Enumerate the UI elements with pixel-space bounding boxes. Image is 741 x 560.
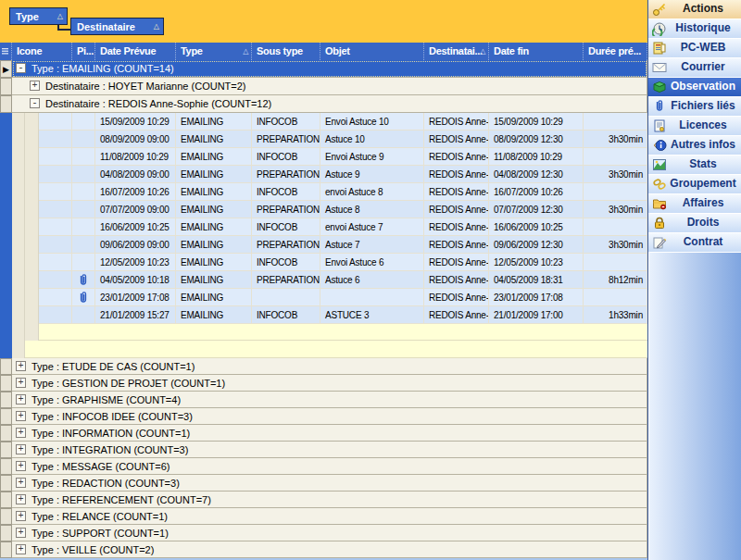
- group-row[interactable]: +Type : RELANCE (COUNT=1): [12, 508, 647, 525]
- cell-date_fin: 21/01/2009 17:00: [489, 306, 584, 324]
- group-by-button-destinataire[interactable]: Destinataire △: [70, 18, 164, 35]
- sidebar-item-licences[interactable]: Licences: [648, 117, 741, 136]
- group-indent: [25, 113, 39, 341]
- sidebar-item-droits[interactable]: Droits: [648, 214, 741, 233]
- expand-toggle[interactable]: +: [16, 394, 26, 404]
- expand-toggle[interactable]: +: [16, 361, 26, 371]
- row-indicator-cell[interactable]: [0, 95, 12, 113]
- collapse-toggle[interactable]: -: [30, 98, 40, 108]
- sidebar-item-fichiers-lies[interactable]: Fichiers liés: [648, 97, 741, 117]
- expand-toggle[interactable]: +: [16, 544, 26, 554]
- cell-destinataire: REDOIS Anne-So: [424, 218, 489, 236]
- expand-toggle[interactable]: +: [16, 444, 26, 454]
- group-row[interactable]: +Type : REDACTION (COUNT=3): [12, 475, 647, 492]
- data-row[interactable]: 11/08/2009 10:29EMAILINGINFOCOBEnvoi Ast…: [39, 148, 647, 166]
- cell-sous_type: INFOCOB: [252, 254, 320, 271]
- header-cell-duree[interactable]: Durée pré...: [584, 43, 647, 60]
- header-cell-objet[interactable]: Objet: [320, 43, 424, 60]
- row-indicator-cell[interactable]: [0, 508, 12, 525]
- row-indicator-cell[interactable]: [0, 458, 12, 475]
- group-row[interactable]: +Type : REFERENCEMENT (COUNT=7): [12, 492, 647, 508]
- cell-objet: envoi Astuce 8: [320, 183, 424, 201]
- sidebar-item-stats[interactable]: Stats: [648, 156, 741, 175]
- row-indicator-cell[interactable]: [0, 425, 12, 442]
- expand-toggle[interactable]: +: [16, 428, 26, 438]
- data-row[interactable]: 16/06/2009 10:25EMAILINGINFOCOBenvoi Ast…: [39, 218, 647, 236]
- data-row[interactable]: 21/01/2009 15:27EMAILINGINFOCOBASTUCE 3R…: [39, 306, 647, 324]
- header-cell-pi[interactable]: Pi...: [72, 43, 95, 60]
- cell-date_fin: 16/06/2009 10:25: [489, 218, 584, 236]
- row-indicator-header[interactable]: [0, 43, 12, 60]
- cell-type: EMAILING: [176, 254, 252, 271]
- header-cell-sous_type[interactable]: Sous type: [252, 43, 320, 60]
- collapse-toggle[interactable]: -: [16, 63, 26, 73]
- group-row[interactable]: +Type : SUPPORT (COUNT=1): [12, 525, 647, 541]
- sidebar-item-autres-infos[interactable]: Autres infos: [648, 136, 741, 156]
- group-row[interactable]: +Type : GRAPHISME (COUNT=4): [12, 392, 647, 408]
- row-indicator-cell[interactable]: [0, 492, 12, 508]
- sidebar-item-groupement[interactable]: Groupement: [648, 175, 741, 194]
- sidebar-item-affaires[interactable]: Affaires: [648, 194, 741, 214]
- data-row[interactable]: 15/09/2009 10:29EMAILINGINFOCOBEnvoi Ast…: [39, 113, 647, 131]
- expand-toggle[interactable]: +: [16, 528, 26, 538]
- expand-toggle[interactable]: +: [16, 511, 26, 521]
- row-indicator-cell[interactable]: [0, 375, 12, 392]
- expand-toggle[interactable]: +: [16, 478, 26, 488]
- cell-duree: [584, 254, 647, 271]
- sidebar-item-pc-web[interactable]: PC-WEB: [648, 39, 741, 58]
- sidebar-item-actions[interactable]: Actions: [648, 0, 741, 19]
- expand-toggle[interactable]: +: [30, 81, 40, 91]
- row-indicator-cell[interactable]: [0, 525, 12, 541]
- header-cell-date_fin[interactable]: Date fin: [489, 43, 584, 60]
- header-cell-date_prevue[interactable]: Date Prévue: [95, 43, 176, 60]
- row-indicator-cell[interactable]: [0, 541, 12, 558]
- data-row[interactable]: 07/07/2009 09:00EMAILINGPREPARATIONAstuc…: [39, 201, 647, 218]
- group-row[interactable]: +Type : VEILLE (COUNT=2): [12, 541, 647, 558]
- group-row[interactable]: +Type : MESSAGE (COUNT=6): [12, 458, 647, 475]
- row-indicator-cell[interactable]: [0, 475, 12, 492]
- cell-objet: Envoi Astuce 9: [320, 148, 424, 166]
- group-by-button-type[interactable]: Type △: [9, 7, 68, 25]
- cell-pi: [72, 271, 95, 289]
- cell-icone: [39, 148, 72, 166]
- data-row[interactable]: 23/01/2009 17:08EMAILINGREDOIS Anne-So23…: [39, 289, 647, 306]
- row-indicator-cell[interactable]: [0, 358, 12, 375]
- data-row[interactable]: 16/07/2009 10:26EMAILINGINFOCOBenvoi Ast…: [39, 183, 647, 201]
- row-indicator-cell[interactable]: ▶: [0, 60, 12, 78]
- expand-toggle[interactable]: +: [16, 494, 26, 504]
- group-row[interactable]: +Type : INFORMATION (COUNT=1): [12, 425, 647, 442]
- sidebar-item-label: Observation: [665, 78, 741, 95]
- group-row[interactable]: +Destinataire : HOYET Marianne (COUNT=2): [12, 78, 647, 95]
- cell-duree: 3h30min: [584, 201, 647, 218]
- group-row[interactable]: -Destinataire : REDOIS Anne-Sophie (COUN…: [12, 95, 647, 113]
- expand-toggle[interactable]: +: [16, 461, 26, 471]
- group-by-panel: Type △ Destinataire △: [0, 0, 647, 43]
- sidebar-item-courrier[interactable]: Courrier: [648, 58, 741, 78]
- header-label: Type: [181, 45, 203, 56]
- data-row[interactable]: 08/09/2009 09:00EMAILINGPREPARATIONAstuc…: [39, 131, 647, 148]
- group-row[interactable]: +Type : ETUDE DE CAS (COUNT=1): [12, 358, 647, 375]
- group-row[interactable]: +Type : GESTION DE PROJET (COUNT=1): [12, 375, 647, 392]
- sort-asc-icon: △: [57, 12, 63, 20]
- group-row[interactable]: +Type : INTEGRATION (COUNT=3): [12, 442, 647, 458]
- sidebar-item-observation[interactable]: Observation: [648, 78, 741, 97]
- row-indicator-cell[interactable]: [0, 442, 12, 458]
- data-row[interactable]: 09/06/2009 09:00EMAILINGPREPARATIONAstuc…: [39, 236, 647, 254]
- header-cell-destinataire[interactable]: Destinatai...△: [424, 43, 489, 60]
- expand-toggle[interactable]: +: [16, 411, 26, 421]
- row-indicator-cell[interactable]: [0, 392, 12, 408]
- sidebar-item-historique[interactable]: Historique: [648, 19, 741, 39]
- cell-type: EMAILING: [176, 113, 252, 131]
- row-indicator-cell[interactable]: [0, 408, 12, 425]
- data-row[interactable]: 04/05/2009 10:18EMAILINGPREPARATIONAstuc…: [39, 271, 647, 289]
- expand-toggle[interactable]: +: [16, 378, 26, 388]
- header-label: Destinatai...: [429, 45, 483, 56]
- header-cell-type[interactable]: Type△: [176, 43, 252, 60]
- data-row[interactable]: 04/08/2009 09:00EMAILINGPREPARATIONAstuc…: [39, 166, 647, 183]
- header-cell-icone[interactable]: Icone: [12, 43, 72, 60]
- sidebar-item-contrat[interactable]: Contrat: [648, 233, 741, 253]
- group-row[interactable]: +Type : INFOCOB IDEE (COUNT=3): [12, 408, 647, 425]
- group-row[interactable]: -Type : EMAILING (COUNT=14): [12, 60, 647, 78]
- data-row[interactable]: 12/05/2009 10:23EMAILINGINFOCOBEnvoi Ast…: [39, 254, 647, 271]
- row-indicator-cell[interactable]: [0, 78, 12, 95]
